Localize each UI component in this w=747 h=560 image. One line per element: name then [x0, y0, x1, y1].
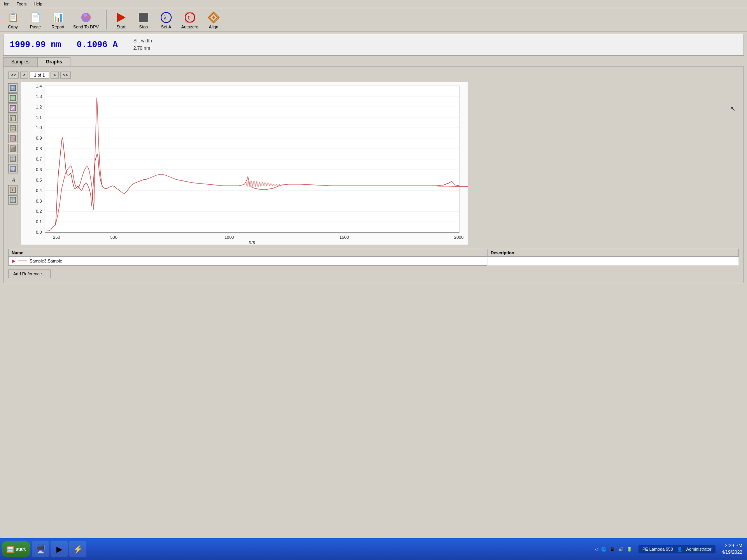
svg-rect-31: [12, 147, 14, 151]
user-label: Administrator: [686, 547, 712, 551]
cursor-indicator: ↖: [730, 105, 735, 112]
svg-text:1.3: 1.3: [36, 94, 42, 99]
graph-panel: << < > >>: [3, 66, 744, 283]
systray-power-icon: 🔋: [627, 547, 632, 552]
start-menu-button[interactable]: 🪟 start: [2, 541, 30, 557]
svg-text:0.6: 0.6: [36, 167, 42, 172]
svg-rect-42: [11, 198, 15, 199]
svg-text:1.4: 1.4: [36, 84, 42, 88]
align-icon: [207, 10, 221, 24]
last-page-button[interactable]: >>: [60, 72, 71, 79]
align-button[interactable]: Align: [204, 10, 223, 30]
autozero-button[interactable]: 0 Autozero: [179, 10, 201, 30]
first-page-button[interactable]: <<: [8, 72, 19, 79]
user-icon: 👤: [677, 547, 682, 552]
zoom-tool-button[interactable]: [8, 83, 18, 93]
toolbar-separator-1: [106, 10, 107, 30]
menu-tools[interactable]: Tools: [15, 1, 28, 7]
next-page-button[interactable]: >: [51, 72, 58, 79]
stop-button[interactable]: Stop: [134, 10, 153, 30]
svg-rect-23: [10, 126, 16, 131]
legend-sample-name: ▶ Sample3.Sample: [9, 257, 487, 265]
svg-point-13: [212, 16, 215, 19]
report-icon: 📊: [51, 10, 65, 24]
legend-description: [487, 257, 739, 266]
y-axis-label: A: [8, 177, 19, 183]
clock-time: 2:29 PM: [722, 542, 742, 549]
taskbar-media-player[interactable]: ▶: [51, 541, 68, 557]
start-button[interactable]: Start: [111, 10, 131, 30]
copy-icon: 📋: [6, 10, 20, 24]
legend-name-header: Name: [9, 249, 487, 257]
prev-page-button[interactable]: <: [20, 72, 28, 79]
send-to-dpv-button[interactable]: Send To DPV: [71, 10, 101, 30]
svg-text:250: 250: [53, 235, 60, 240]
chart-wrapper[interactable]: .tick-label { font-size: 11px; fill: #33…: [21, 82, 739, 246]
page-indicator[interactable]: [30, 72, 49, 79]
menu-bar: ion Tools Help: [0, 0, 747, 8]
svg-point-2: [87, 16, 89, 18]
svg-text:2000: 2000: [454, 235, 463, 240]
chart-container: |: [8, 82, 739, 246]
absorbance-display: 0.1096 A: [77, 40, 118, 50]
svg-rect-4: [139, 13, 148, 22]
bar-chart-tool-button[interactable]: [8, 144, 18, 153]
tab-bar: Samples Graphs: [3, 57, 744, 66]
spectrum-chart[interactable]: .tick-label { font-size: 11px; fill: #33…: [21, 82, 468, 245]
paste-button[interactable]: 📄 Paste: [26, 10, 45, 30]
send-to-dpv-icon: [79, 10, 93, 24]
svg-text:0.9: 0.9: [36, 136, 42, 141]
table-tool-button[interactable]: [8, 154, 18, 163]
add-reference-button[interactable]: Add Reference...: [8, 270, 51, 278]
report-button[interactable]: 📊 Report: [48, 10, 68, 30]
clock-date: 4/19/2022: [722, 549, 742, 556]
menu-ion[interactable]: ion: [2, 1, 11, 7]
svg-text:0.3: 0.3: [36, 199, 42, 203]
taskbar: 🪟 start 🖥️ ▶ ⚡ ◁ 🌐 📱 🔊 🔋 PE Lambda 950 👤…: [0, 538, 747, 560]
select-tool-button[interactable]: [8, 164, 18, 173]
svg-text:1.0: 1.0: [36, 126, 42, 130]
set-a-button[interactable]: λ Set A: [156, 10, 176, 30]
taskbar-show-desktop[interactable]: 🖥️: [32, 541, 49, 557]
tab-samples[interactable]: Samples: [3, 57, 38, 66]
grid-tool-button[interactable]: [8, 124, 18, 133]
svg-text:1.2: 1.2: [36, 105, 42, 109]
svg-text:|: |: [11, 117, 12, 121]
svg-text:1.1: 1.1: [36, 115, 42, 120]
svg-text:0: 0: [188, 15, 191, 21]
svg-marker-7: [169, 14, 172, 17]
svg-text:1500: 1500: [340, 235, 349, 240]
main-content: Samples Graphs << < > >>: [3, 57, 744, 283]
svg-text:500: 500: [110, 235, 117, 240]
svg-point-1: [84, 14, 87, 17]
systray-show-hidden[interactable]: ◁: [595, 547, 598, 552]
toolbar: 📋 Copy 📄 Paste 📊 Report Send To DPV Star…: [0, 8, 747, 32]
taskbar-app-icon[interactable]: ⚡: [69, 541, 86, 557]
svg-text:0.1: 0.1: [36, 220, 42, 224]
set-a-icon: λ: [159, 10, 173, 24]
wavelength-display: 1999.99 nm: [10, 40, 61, 50]
copy-button[interactable]: 📋 Copy: [3, 10, 23, 30]
table-display-button[interactable]: [8, 195, 18, 205]
svg-text:0.4: 0.4: [36, 188, 42, 193]
pan-tool-button[interactable]: [8, 93, 18, 103]
slit-info: Slit width 2.70 nm: [133, 37, 152, 52]
systray-network-icon: 🌐: [601, 547, 607, 552]
svg-text:0.2: 0.2: [36, 209, 42, 214]
svg-text:0.7: 0.7: [36, 157, 42, 161]
menu-help[interactable]: Help: [32, 1, 44, 7]
text-tool-button[interactable]: T: [8, 185, 18, 194]
autozero-icon: 0: [183, 10, 197, 24]
cursor-tool-button[interactable]: |: [8, 114, 18, 123]
clock-display[interactable]: 2:29 PM 4/19/2022: [722, 542, 742, 556]
scale-tool-button[interactable]: [8, 103, 18, 113]
x-axis-unit-label: nm: [249, 240, 256, 245]
chart-tools: |: [8, 82, 19, 246]
paste-icon: 📄: [28, 10, 42, 24]
systray: ◁ 🌐 📱 🔊 🔋 PE Lambda 950 👤 Administrator …: [592, 542, 745, 556]
stop-icon: [137, 10, 151, 24]
tab-graphs[interactable]: Graphs: [38, 57, 70, 66]
peak-tool-button[interactable]: [8, 134, 18, 143]
systray-volume-icon[interactable]: 🔊: [618, 547, 624, 552]
svg-marker-3: [117, 13, 126, 22]
